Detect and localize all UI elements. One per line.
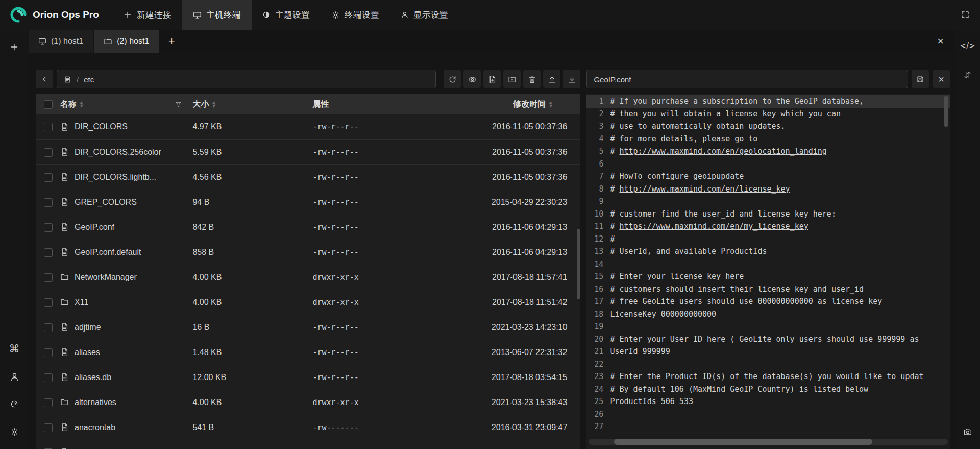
code-line[interactable]: 23# Enter the Product ID(s) of the datab… [586, 370, 950, 383]
column-name[interactable]: 名称 [60, 99, 77, 110]
menu-item-1[interactable]: 主机终端 [182, 0, 252, 30]
row-checkbox[interactable] [44, 348, 53, 357]
file-name[interactable]: DIR_COLORS.lightb... [75, 173, 156, 182]
table-row[interactable]: DIR_COLORS.lightb...4.56 KB-rw-r--r--201… [36, 164, 580, 190]
link[interactable]: http://www.maxmind.com/en/geolocation_la… [619, 147, 826, 156]
file-name[interactable]: DIR_COLORS.256color [75, 148, 161, 157]
back-button[interactable] [36, 70, 53, 88]
menu-item-2[interactable]: 主题设置 [252, 0, 321, 30]
editor-hscrollbar[interactable] [589, 439, 948, 445]
row-checkbox[interactable] [44, 248, 53, 257]
table-row[interactable]: GeoIP.conf.default858 B-rw-r--r--2016-11… [36, 240, 580, 265]
preview-button[interactable] [463, 70, 481, 88]
table-row[interactable]: alternatives4.00 KBdrwxr-xr-x2021-03-23 … [36, 390, 580, 415]
file-name[interactable]: alternatives [75, 398, 116, 407]
close-icon[interactable]: × [937, 36, 944, 47]
file-name[interactable]: GREP_COLORS [75, 198, 137, 207]
row-checkbox[interactable] [44, 423, 53, 432]
code-line[interactable]: 12# [586, 233, 950, 246]
menu-item-3[interactable]: 终端设置 [321, 0, 390, 30]
code-line[interactable]: 11# https://www.maxmind.com/en/my_licens… [586, 220, 950, 233]
file-name[interactable]: X11 [75, 298, 88, 307]
link[interactable]: https://www.maxmind.com/en/my_license_ke… [619, 222, 808, 231]
code-line[interactable]: 13# UserId, and available ProductIds [586, 245, 950, 258]
shortcut-keys-button[interactable]: ⌘ [5, 340, 23, 358]
sort-mtime-icon[interactable]: ▲▼ [549, 101, 552, 108]
table-row[interactable]: DIR_COLORS4.97 KB-rw-r--r--2016-11-05 00… [36, 114, 580, 139]
code-line[interactable]: 18LicenseKey 000000000000 [586, 308, 950, 321]
tab-0[interactable]: (1) host1 [29, 30, 93, 53]
code-line[interactable]: 2# then you will obtain a license key wh… [586, 108, 950, 121]
code-line[interactable]: 17# free GeoLite users should use 000000… [586, 295, 950, 308]
menu-item-4[interactable]: 显示设置 [390, 0, 459, 30]
table-row[interactable]: anacrontab541 B-rw-------2016-03-31 23:0… [36, 415, 580, 440]
code-line[interactable]: 16# customers should insert their licens… [586, 283, 950, 296]
row-checkbox[interactable] [44, 223, 53, 232]
table-row[interactable]: aliases.db12.00 KB-rw-r--r--2017-08-18 0… [36, 365, 580, 390]
row-checkbox[interactable] [44, 323, 53, 332]
code-line[interactable]: 9 [586, 195, 950, 208]
new-tab-button[interactable]: + [160, 30, 183, 53]
row-checkbox[interactable] [44, 373, 53, 382]
column-size[interactable]: 大小 [192, 99, 209, 110]
code-line[interactable]: 1# If you purchase a subscription to the… [586, 95, 950, 108]
new-file-button[interactable] [483, 70, 501, 88]
table-row[interactable]: GREP_COLORS94 B-rw-r--r--2015-04-29 22:3… [36, 190, 580, 215]
filter-icon[interactable] [175, 101, 182, 108]
table-row[interactable]: NetworkManager4.00 KBdrwxr-xr-x2017-08-1… [36, 265, 580, 290]
file-list-scrollbar[interactable] [577, 229, 580, 299]
code-line[interactable]: 24# By default 106 (MaxMind GeoIP Countr… [586, 383, 950, 396]
sort-lines-button[interactable] [959, 65, 977, 84]
file-name[interactable]: GeoIP.conf [75, 223, 114, 232]
row-checkbox[interactable] [44, 273, 53, 282]
code-line[interactable]: 20# Enter your User ID here ( GeoLite on… [586, 333, 950, 346]
editor-vscrollbar[interactable] [944, 96, 948, 127]
row-checkbox[interactable] [44, 123, 53, 131]
refresh-button[interactable] [444, 70, 461, 88]
column-mtime[interactable]: 修改时间 [513, 99, 546, 110]
code-line[interactable]: 4# for more details, please go to [586, 133, 950, 146]
menu-item-0[interactable]: 新建连接 [112, 0, 182, 30]
code-line[interactable]: 25ProductIds 506 533 [586, 395, 950, 408]
file-name[interactable]: adjtime [75, 323, 101, 332]
code-line[interactable]: 22 [586, 358, 950, 371]
file-name[interactable]: aliases.db [75, 373, 111, 382]
code-line[interactable]: 6 [586, 158, 950, 171]
table-row[interactable]: adjtime16 B-rw-r--r--2021-03-23 14:23:10 [36, 315, 580, 340]
table-row[interactable] [36, 440, 580, 449]
code-line[interactable]: 15# Enter your license key here [586, 270, 950, 283]
sort-size-icon[interactable]: ▲▼ [212, 101, 215, 108]
code-line[interactable]: 7# HowTo configure geoipupdate [586, 170, 950, 183]
code-line[interactable]: 26 [586, 408, 950, 421]
fullscreen-icon[interactable] [961, 10, 970, 19]
file-name[interactable]: DIR_COLORS [75, 122, 128, 131]
code-editor[interactable]: 1# If you purchase a subscription to the… [586, 94, 950, 449]
editor-close-button[interactable]: × [933, 70, 950, 88]
table-row[interactable]: DIR_COLORS.256color5.59 KB-rw-r--r--2016… [36, 139, 580, 164]
table-row[interactable]: aliases1.48 KB-rw-r--r--2013-06-07 22:31… [36, 340, 580, 365]
code-line[interactable]: 5# http://www.maxmind.com/en/geolocation… [586, 145, 950, 158]
file-name[interactable]: NetworkManager [75, 273, 137, 282]
row-checkbox[interactable] [44, 398, 53, 407]
file-name[interactable]: aliases [75, 348, 100, 357]
settings-button[interactable] [5, 422, 23, 441]
code-line[interactable]: 21UserId 999999 [586, 345, 950, 358]
row-checkbox[interactable] [44, 298, 53, 307]
file-name[interactable]: anacrontab [75, 423, 115, 432]
save-button[interactable] [912, 70, 929, 88]
file-name[interactable]: GeoIP.conf.default [75, 248, 141, 257]
row-checkbox[interactable] [44, 198, 53, 207]
select-all-checkbox[interactable] [44, 100, 53, 109]
hscroll-thumb[interactable] [614, 439, 873, 445]
code-line[interactable]: 10# customer find the user_id and licens… [586, 208, 950, 221]
table-row[interactable]: GeoIP.conf842 B-rw-r--r--2016-11-06 04:2… [36, 215, 580, 240]
row-checkbox[interactable] [44, 148, 53, 157]
download-button[interactable] [563, 70, 580, 88]
code-line[interactable]: 19 [586, 320, 950, 333]
breadcrumb-path[interactable]: etc [84, 75, 94, 84]
code-line[interactable]: 14 [586, 258, 950, 271]
filename-input[interactable]: GeoIP.conf [586, 70, 908, 88]
delete-button[interactable] [523, 70, 541, 88]
code-line[interactable]: 8# http://www.maxmind.com/en/license_key [586, 183, 950, 196]
new-folder-button[interactable] [503, 70, 521, 88]
